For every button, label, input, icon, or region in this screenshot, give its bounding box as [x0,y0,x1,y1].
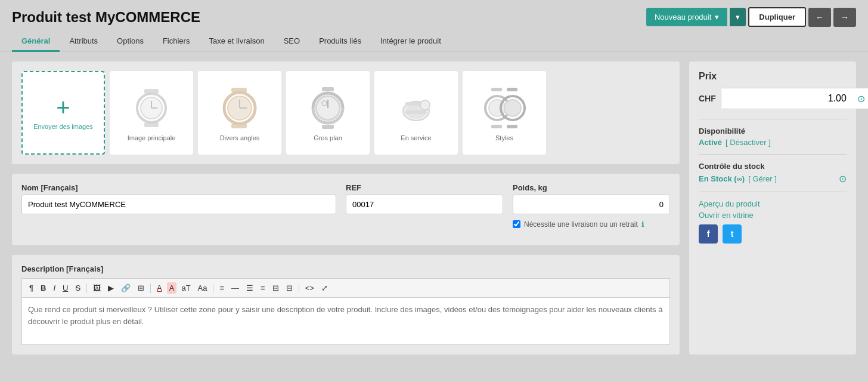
styles-item[interactable]: Styles [463,71,546,155]
prev-button[interactable]: ← [808,8,831,27]
dropdown-arrow-icon: ▾ [715,13,719,21]
apercu-link[interactable]: Aperçu du produit [699,199,847,208]
top-actions: Nouveau produit ▾ ▾ Dupliquer ← → [646,7,856,27]
ref-group: REF [346,183,503,229]
nouveau-produit-button[interactable]: Nouveau produit ▾ [646,8,727,26]
image-principale-item[interactable]: Image principale [110,71,193,155]
social-row: f t [699,224,847,244]
avail-row: Activé [ Désactiver ] [699,138,847,147]
facebook-button[interactable]: f [699,224,718,244]
tab-fichiers[interactable]: Fichiers [153,32,200,52]
toolbar-sep-1 [86,284,87,293]
name-label: Nom [Français] [21,183,336,192]
manage-stock-link[interactable]: [ Gérer ] [748,174,777,183]
twitter-icon: t [731,229,734,239]
deactivate-link[interactable]: [ Désactiver ] [726,138,771,147]
next-button[interactable]: → [833,8,856,27]
toolbar-link[interactable]: 🔗 [119,282,133,294]
toolbar-source[interactable]: <> [303,282,317,294]
toolbar-paragraph[interactable]: ¶ [27,282,36,294]
divider-2 [699,154,847,155]
editor-toolbar: ¶ B I U S 🖼 ▶ 🔗 ⊞ A A aT Aa ≡ — ☰ ≡ [21,278,670,297]
ref-input[interactable] [346,195,503,214]
toolbar-table[interactable]: ⊞ [135,282,147,294]
twitter-button[interactable]: t [723,224,742,244]
status-active: Activé [699,138,722,147]
toolbar-indent-less[interactable]: ⊟ [270,282,281,294]
divers-angles-item[interactable]: Divers angles [198,71,281,155]
description-label: Description [Français] [21,264,670,273]
delivery-checkbox-row: Nécessite une livraison ou un retrait ℹ [513,220,670,229]
main-content: + Envoyer des images Image principale [0,52,868,364]
tab-general[interactable]: Général [12,32,60,52]
stock-spinner-button[interactable]: ⊙ [839,173,847,184]
toolbar-font-size[interactable]: Aa [196,282,210,294]
nouveau-produit-dropdown-button[interactable]: ▾ [730,8,746,26]
form-section: Nom [Français] REF Poids, kg Nécessite u… [12,174,680,245]
delivery-label: Nécessite une livraison ou un retrait [524,220,638,229]
price-input-wrapper: ⊙ [721,88,868,109]
watch-divers-angles [216,84,264,132]
toolbar-unordered-list[interactable]: ≡ [258,282,268,294]
weight-wrapper [513,195,670,214]
gros-plan-item[interactable]: Gros plan [286,71,370,155]
tab-attributs[interactable]: Attributs [60,32,107,52]
stock-value: En Stock (∞) [699,174,745,183]
weight-input[interactable] [513,195,670,214]
toolbar-highlight[interactable]: A [167,282,177,294]
toolbar-font-color[interactable]: A [154,282,165,294]
watch-en-service [392,84,440,132]
tab-taxe-livraison[interactable]: Taxe et livraison [199,32,274,52]
tab-produits-lies[interactable]: Produits liés [309,32,371,52]
svg-rect-23 [491,88,502,91]
svg-rect-13 [322,125,334,129]
toolbar-video[interactable]: ▶ [106,282,116,294]
toolbar-indent-more[interactable]: ⊟ [284,282,295,294]
editor-area[interactable]: Que rend ce produit si merveilleux ? Uti… [21,297,670,345]
weight-group: Poids, kg Nécessite une livraison ou un … [513,183,670,229]
price-input[interactable] [721,88,852,109]
svg-rect-24 [491,125,502,128]
weight-label: Poids, kg [513,183,670,192]
image-principale-label: Image principale [128,134,176,141]
price-row: CHF ⊙ [699,88,847,109]
tab-options[interactable]: Options [107,32,153,52]
watch-styles [480,84,528,132]
toolbar-strikethrough[interactable]: S [73,282,83,294]
form-row-main: Nom [Français] REF Poids, kg Nécessite u… [21,183,670,229]
plus-icon: + [56,96,70,119]
svg-rect-27 [507,88,517,91]
toolbar-image[interactable]: 🖼 [91,282,103,294]
images-section: + Envoyer des images Image principale [12,61,680,164]
toolbar-sep-2 [150,284,151,293]
tab-seo[interactable]: SEO [274,32,309,52]
dupliquer-button[interactable]: Dupliquer [748,7,806,27]
page-title: Produit test MyCOMMERCE [12,9,200,26]
svg-point-22 [422,102,428,108]
right-panel: Prix CHF ⊙ Disponibilité Activé [ Désact… [689,61,856,355]
toolbar-underline[interactable]: U [60,282,70,294]
toolbar-ordered-list[interactable]: ☰ [244,282,256,294]
price-spinner-button[interactable]: ⊙ [852,91,868,107]
left-panel: + Envoyer des images Image principale [12,61,680,355]
toolbar-horizontal-rule[interactable]: — [229,282,241,294]
toolbar-align-left[interactable]: ≡ [217,282,227,294]
en-service-item[interactable]: En service [374,71,458,155]
info-icon: ℹ [641,220,644,229]
toolbar-fullscreen[interactable]: ⤢ [319,282,330,294]
name-input[interactable] [21,195,336,214]
stock-section: Contrôle du stock En Stock (∞) [ Gérer ]… [699,162,847,184]
name-group: Nom [Français] [21,183,336,229]
price-title: Prix [699,71,847,82]
facebook-icon: f [707,229,710,239]
ref-label: REF [346,183,503,192]
toolbar-italic[interactable]: I [51,282,58,294]
tab-integrer[interactable]: Intégrer le produit [371,32,451,52]
upload-images-button[interactable]: + Envoyer des images [21,71,105,155]
delivery-checkbox[interactable] [513,220,520,228]
ouvrir-vitrine-link[interactable]: Ouvrir en vitrine [699,211,847,220]
availability-label: Disponibilité [699,127,847,135]
stock-row: En Stock (∞) [ Gérer ] ⊙ [699,173,847,184]
toolbar-bold[interactable]: B [38,282,48,294]
toolbar-text-at[interactable]: aT [179,282,193,294]
